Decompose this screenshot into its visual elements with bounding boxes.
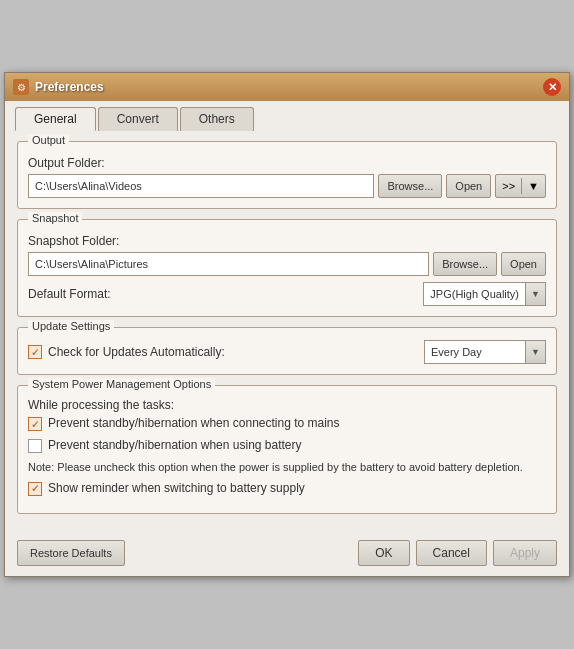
auto-update-checkbox[interactable]	[28, 345, 42, 359]
snapshot-open-button[interactable]: Open	[501, 252, 546, 276]
update-section: Update Settings Check for Updates Automa…	[17, 327, 557, 375]
show-reminder-checkbox[interactable]	[28, 482, 42, 496]
title-bar-left: ⚙ Preferences	[13, 79, 104, 95]
output-section: Output Output Folder: Browse... Open >> …	[17, 141, 557, 209]
preferences-window: ⚙ Preferences ✕ General Convert Others O…	[4, 72, 570, 576]
output-arrow-left[interactable]: >>	[496, 175, 521, 197]
output-folder-label: Output Folder:	[28, 156, 546, 170]
title-bar: ⚙ Preferences ✕	[5, 73, 569, 101]
prevent-standby-mains-checkbox[interactable]	[28, 417, 42, 431]
bottom-bar: Restore Defaults OK Cancel Apply	[5, 534, 569, 576]
power-section: System Power Management Options While pr…	[17, 385, 557, 513]
snapshot-folder-input[interactable]	[28, 252, 429, 276]
format-select-arrow[interactable]: ▼	[525, 283, 545, 305]
tab-others[interactable]: Others	[180, 107, 254, 131]
output-browse-button[interactable]: Browse...	[378, 174, 442, 198]
output-section-content: Output Folder: Browse... Open >> ▼	[28, 156, 546, 198]
ok-button[interactable]: OK	[358, 540, 409, 566]
update-row: Check for Updates Automatically: Every D…	[28, 340, 546, 364]
power-item-2: Prevent standby/hibernation when using b…	[28, 438, 546, 454]
frequency-select-value: Every Day	[425, 346, 525, 358]
update-section-content: Check for Updates Automatically: Every D…	[28, 340, 546, 364]
frequency-select[interactable]: Every Day ▼	[424, 340, 546, 364]
power-options: Prevent standby/hibernation when connect…	[28, 416, 546, 496]
prevent-standby-mains-label: Prevent standby/hibernation when connect…	[48, 416, 340, 432]
output-folder-row: Browse... Open >> ▼	[28, 174, 546, 198]
auto-update-label: Check for Updates Automatically:	[48, 345, 225, 359]
restore-defaults-button[interactable]: Restore Defaults	[17, 540, 125, 566]
output-arrow-down[interactable]: ▼	[522, 175, 545, 197]
tab-convert[interactable]: Convert	[98, 107, 178, 131]
content-area: Output Output Folder: Browse... Open >> …	[5, 131, 569, 533]
window-title: Preferences	[35, 80, 104, 94]
close-button[interactable]: ✕	[543, 78, 561, 96]
format-label: Default Format:	[28, 287, 111, 301]
dialog-buttons: OK Cancel Apply	[358, 540, 557, 566]
update-left: Check for Updates Automatically:	[28, 345, 225, 359]
output-folder-input[interactable]	[28, 174, 374, 198]
while-processing-label: While processing the tasks:	[28, 398, 546, 412]
apply-button[interactable]: Apply	[493, 540, 557, 566]
output-open-button[interactable]: Open	[446, 174, 491, 198]
power-item-1: Prevent standby/hibernation when connect…	[28, 416, 546, 432]
prevent-standby-battery-label: Prevent standby/hibernation when using b…	[48, 438, 302, 454]
snapshot-folder-row: Browse... Open	[28, 252, 546, 276]
snapshot-folder-label: Snapshot Folder:	[28, 234, 546, 248]
app-icon: ⚙	[13, 79, 29, 95]
tab-general[interactable]: General	[15, 107, 96, 131]
output-section-title: Output	[28, 134, 69, 146]
snapshot-section-title: Snapshot	[28, 212, 82, 224]
format-select-value: JPG(High Quality)	[424, 288, 525, 300]
format-row: Default Format: JPG(High Quality) ▼	[28, 282, 546, 306]
power-item-3: Show reminder when switching to battery …	[28, 481, 546, 497]
power-section-title: System Power Management Options	[28, 378, 215, 390]
snapshot-section-content: Snapshot Folder: Browse... Open Default …	[28, 234, 546, 306]
format-select[interactable]: JPG(High Quality) ▼	[423, 282, 546, 306]
battery-note: Note: Please uncheck this option when th…	[28, 460, 546, 475]
output-icon-group[interactable]: >> ▼	[495, 174, 546, 198]
update-section-title: Update Settings	[28, 320, 114, 332]
show-reminder-label: Show reminder when switching to battery …	[48, 481, 305, 497]
snapshot-browse-button[interactable]: Browse...	[433, 252, 497, 276]
snapshot-section: Snapshot Snapshot Folder: Browse... Open…	[17, 219, 557, 317]
power-section-content: While processing the tasks: Prevent stan…	[28, 398, 546, 496]
cancel-button[interactable]: Cancel	[416, 540, 487, 566]
frequency-select-arrow[interactable]: ▼	[525, 341, 545, 363]
tab-bar: General Convert Others	[5, 101, 569, 131]
prevent-standby-battery-checkbox[interactable]	[28, 439, 42, 453]
